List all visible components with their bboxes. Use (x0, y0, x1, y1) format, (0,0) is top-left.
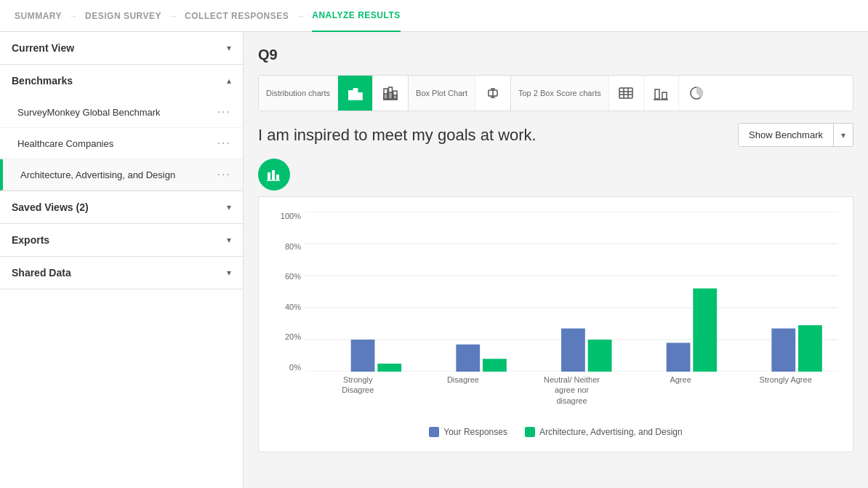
chart-btn-table[interactable] (609, 76, 644, 111)
x-label-1: Disagree (434, 375, 492, 406)
chart-group-top2box: Top 2 Box Score charts (511, 76, 714, 111)
show-benchmark-dropdown[interactable]: ▾ (834, 124, 853, 146)
svg-rect-44 (771, 329, 795, 372)
exports-label: Exports (12, 234, 49, 246)
svg-rect-38 (456, 345, 480, 372)
exports-header[interactable]: Exports ▾ (0, 224, 243, 256)
legend-architecture-label: Architecture, Advertising, and Design (539, 427, 683, 437)
benchmark-architecture-menu[interactable]: ··· (217, 168, 231, 181)
nav-step-summary[interactable]: SUMMARY (15, 11, 62, 21)
benchmark-global-menu[interactable]: ··· (217, 105, 231, 119)
question-id: Q9 (258, 47, 853, 63)
boxplot-label: Box Plot Chart (409, 76, 475, 111)
nav-step-design[interactable]: DESIGN SURVEY (85, 11, 161, 21)
svg-rect-43 (693, 289, 717, 372)
benchmark-item-healthcare[interactable]: Healthcare Companies ··· (0, 128, 243, 159)
x-axis: Strongly Disagree Disagree Neutral/ Neit… (305, 375, 838, 406)
benchmarks-header[interactable]: Benchmarks ▴ (0, 65, 243, 97)
y-label-80: 80% (285, 242, 301, 251)
distribution-label: Distribution charts (259, 76, 338, 111)
bar-chart-small-icon (266, 167, 282, 183)
benchmark-healthcare-menu[interactable]: ··· (217, 137, 231, 150)
svg-rect-40 (561, 329, 585, 372)
legend-green-dot (525, 427, 535, 437)
shared-data-label: Shared Data (12, 267, 71, 279)
benchmark-item-global[interactable]: SurveyMonkey Global Benchmark ··· (0, 97, 243, 128)
y-label-60: 60% (285, 272, 301, 281)
nav-step-analyze[interactable]: ANALYZE RESULTS (312, 0, 401, 32)
svg-rect-39 (483, 359, 507, 372)
top2box-label: Top 2 Box Score charts (511, 76, 609, 111)
svg-rect-42 (667, 343, 691, 372)
current-view-label: Current View (12, 42, 74, 54)
chart-type-bar: Distribution charts (258, 75, 853, 111)
benchmarks-label: Benchmarks (12, 75, 73, 87)
x-label-4: Strongly Agree (757, 375, 815, 406)
y-axis: 100% 80% 60% 40% 20% 0% (273, 212, 305, 372)
legend-blue-dot (429, 427, 439, 437)
svg-rect-26 (268, 172, 270, 180)
nav-step-collect[interactable]: COLLECT RESPONSES (185, 11, 289, 21)
svg-rect-37 (377, 364, 401, 372)
saved-views-header[interactable]: Saved Views (2) ▾ (0, 191, 243, 223)
y-label-40: 40% (285, 303, 301, 311)
benchmark-item-architecture[interactable]: Architecture, Advertising, and Design ··… (0, 159, 243, 191)
saved-views-chevron: ▾ (227, 202, 231, 212)
svg-rect-2 (358, 93, 362, 99)
current-view-section: Current View ▾ (0, 32, 243, 65)
nav-arrow-2: → (169, 11, 177, 21)
show-benchmark-button[interactable]: Show Benchmark ▾ (738, 123, 853, 147)
chart-btn-bar[interactable] (338, 76, 373, 111)
bar2-chart-icon (653, 85, 669, 101)
svg-rect-28 (276, 175, 279, 180)
legend-your-responses: Your Responses (429, 427, 507, 437)
sidebar: Current View ▾ Benchmarks ▴ SurveyMonkey… (0, 32, 244, 488)
svg-rect-27 (272, 170, 275, 180)
chart-group-boxplot: Box Plot Chart (409, 76, 511, 111)
svg-rect-41 (588, 340, 612, 372)
svg-rect-17 (619, 88, 632, 98)
chart-group-distribution: Distribution charts (259, 76, 409, 111)
circle-chart-icon (688, 85, 704, 101)
boxplot-icon (485, 85, 501, 101)
question-title-bar: I am inspired to meet my goals at work. … (258, 123, 853, 147)
y-label-0: 0% (289, 363, 301, 372)
chart-btn-circle[interactable] (679, 76, 714, 111)
table-chart-icon (618, 85, 634, 101)
bar-chart-container: 100% 80% 60% 40% 20% 0% (258, 196, 853, 452)
chart-icon-circle (258, 159, 290, 191)
y-label-20: 20% (285, 332, 301, 341)
main-layout: Current View ▾ Benchmarks ▴ SurveyMonkey… (0, 32, 868, 488)
current-view-header[interactable]: Current View ▾ (0, 32, 243, 64)
svg-rect-45 (798, 325, 822, 372)
benchmarks-section: Benchmarks ▴ SurveyMonkey Global Benchma… (0, 65, 243, 191)
svg-rect-1 (353, 89, 357, 99)
benchmark-global-label: SurveyMonkey Global Benchmark (17, 107, 161, 118)
chart-btn-bar2[interactable] (644, 76, 679, 111)
saved-views-section: Saved Views (2) ▾ (0, 191, 243, 224)
y-label-100: 100% (281, 212, 301, 220)
show-benchmark-label[interactable]: Show Benchmark (739, 124, 834, 146)
chart-legend: Your Responses Architecture, Advertising… (273, 427, 838, 437)
benchmarks-chevron: ▴ (227, 76, 231, 86)
bar-chart-svg (305, 212, 838, 372)
x-label-0: Strongly Disagree (329, 375, 387, 406)
legend-architecture: Architecture, Advertising, and Design (525, 427, 683, 437)
legend-your-responses-label: Your Responses (443, 427, 507, 437)
stacked-bar-icon (382, 85, 398, 101)
exports-chevron: ▾ (227, 235, 231, 245)
svg-rect-23 (662, 92, 667, 99)
current-view-chevron: ▾ (227, 43, 231, 53)
shared-data-header[interactable]: Shared Data ▾ (0, 257, 243, 289)
svg-rect-9 (393, 95, 397, 99)
chart-btn-stacked[interactable] (373, 76, 408, 111)
chart-btn-boxplot[interactable] (475, 76, 510, 111)
shared-data-section: Shared Data ▾ (0, 257, 243, 289)
question-title: I am inspired to meet my goals at work. (258, 126, 738, 145)
bar-chart: 100% 80% 60% 40% 20% 0% (273, 212, 838, 415)
x-label-2: Neutral/ Neither agree nor disagree (539, 375, 604, 406)
benchmark-architecture-label: Architecture, Advertising, and Design (20, 169, 175, 180)
saved-views-label: Saved Views (2) (12, 201, 89, 213)
benchmark-healthcare-label: Healthcare Companies (17, 138, 113, 149)
nav-arrow-3: → (296, 11, 305, 21)
